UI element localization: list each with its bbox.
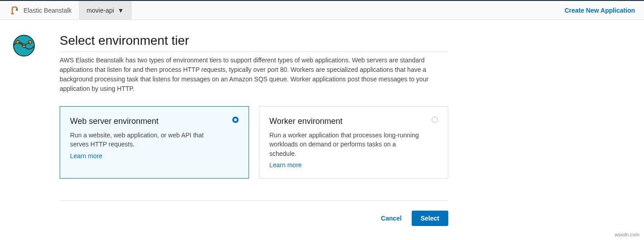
tier-desc-web: Run a website, web application, or web A… xyxy=(70,131,223,149)
header-bar: Elastic Beanstalk movie-api ▼ Create New… xyxy=(0,1,644,20)
tier-title-worker: Worker environment xyxy=(269,117,423,126)
action-bar: Cancel Select xyxy=(60,200,448,226)
beanstalk-logo-icon xyxy=(11,5,19,15)
learn-more-web-link[interactable]: Learn more xyxy=(70,152,103,160)
radio-web-server[interactable] xyxy=(232,117,239,123)
svg-point-1 xyxy=(16,40,20,44)
create-new-application-link[interactable]: Create New Application xyxy=(564,7,635,14)
environment-tier-icon xyxy=(13,34,35,57)
watermark-text: wsxdn.com xyxy=(615,232,639,237)
tier-card-worker[interactable]: Worker environment Run a worker applicat… xyxy=(259,106,448,179)
page-icon-area xyxy=(13,33,37,226)
tier-desc-worker: Run a worker application that processes … xyxy=(269,131,423,158)
caret-down-icon: ▼ xyxy=(118,7,124,14)
app-selector-dropdown[interactable]: movie-api ▼ xyxy=(79,1,132,19)
main-content: Select environment tier AWS Elastic Bean… xyxy=(0,20,644,226)
tier-title-web: Web server environment xyxy=(70,117,223,126)
learn-more-worker-link[interactable]: Learn more xyxy=(269,161,302,169)
cancel-button[interactable]: Cancel xyxy=(381,215,402,222)
page-title: Select environment tier xyxy=(60,33,448,52)
service-brand[interactable]: Elastic Beanstalk xyxy=(0,1,79,19)
radio-worker[interactable] xyxy=(432,117,438,123)
app-selector-label: movie-api xyxy=(87,7,114,14)
service-name-label: Elastic Beanstalk xyxy=(24,7,72,14)
content-column: Select environment tier AWS Elastic Bean… xyxy=(37,33,448,226)
select-button[interactable]: Select xyxy=(412,211,448,226)
tier-card-web-server[interactable]: Web server environment Run a website, we… xyxy=(60,106,249,179)
header-left: Elastic Beanstalk movie-api ▼ xyxy=(0,1,132,19)
page-description: AWS Elastic Beanstalk has two types of e… xyxy=(60,56,448,94)
tier-options: Web server environment Run a website, we… xyxy=(60,106,448,179)
